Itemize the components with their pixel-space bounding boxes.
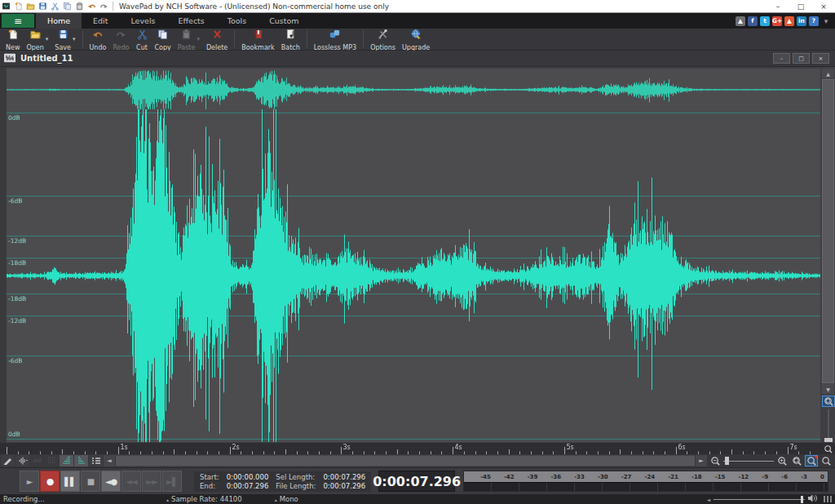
vertical-zoom-slider[interactable] — [823, 409, 834, 442]
pause-button[interactable]: ▌▌ — [60, 471, 80, 492]
maximize-button[interactable]: □ — [789, 0, 812, 13]
scroll-down-arrow[interactable]: ▼ — [822, 384, 834, 394]
vzoom-b-tool-button[interactable] — [74, 455, 88, 466]
undo-button[interactable]: Undo — [86, 29, 110, 50]
chevron-down-icon[interactable]: ▾ — [197, 36, 200, 42]
horizontal-scrollbar[interactable] — [116, 455, 695, 466]
copy-button[interactable]: Copy — [152, 29, 175, 50]
vertical-scroll-thumb[interactable] — [822, 79, 834, 383]
horizontal-zoom-slider[interactable] — [723, 456, 774, 466]
tab-levels[interactable]: Levels — [119, 13, 166, 29]
open-button[interactable]: Open▾ — [23, 29, 51, 50]
minimize-button[interactable]: – — [767, 0, 789, 13]
scroll-left-arrow[interactable]: ◄ — [104, 455, 115, 466]
zoom-selection-button[interactable] — [805, 455, 818, 466]
scrub-tool-button[interactable] — [15, 455, 29, 466]
overview-strip[interactable] — [7, 69, 820, 109]
time-ruler[interactable] — [0, 443, 835, 454]
tab-home[interactable]: Home — [36, 13, 82, 29]
paste-icon[interactable] — [74, 1, 85, 11]
meter-db-label: -39 — [528, 474, 538, 480]
tab-edit[interactable]: Edit — [82, 13, 119, 29]
vertical-zoom-selection-button[interactable] — [822, 396, 835, 407]
vertical-zoom-slider-handle[interactable] — [824, 438, 833, 442]
sample-rate-text[interactable]: Sample Rate: 44100 — [171, 495, 242, 503]
like-icon[interactable]: ▲ — [736, 16, 745, 26]
batch-icon — [285, 28, 297, 43]
doc-maximize-button[interactable]: □ — [793, 53, 810, 64]
overview-waveform-canvas[interactable] — [7, 69, 820, 109]
dim-a-tool-button — [30, 455, 44, 466]
delete-button[interactable]: Delete — [203, 29, 231, 50]
meter-db-label: 0 — [820, 474, 824, 480]
waveform-panel[interactable]: 0dB-6dB-12dB-18dB-18dB-12dB-6dB0dB — [7, 109, 820, 442]
draw-tool-button[interactable] — [1, 455, 15, 466]
new-button[interactable]: New — [2, 29, 23, 50]
tab-effects[interactable]: Effects — [167, 13, 216, 29]
linkedin-icon[interactable]: in — [797, 16, 806, 26]
tab-custom[interactable]: Custom — [258, 13, 310, 29]
close-button[interactable]: × — [812, 0, 835, 13]
options-button[interactable]: Options — [367, 29, 399, 50]
volume-min-icon: ◄ — [706, 497, 710, 502]
bookmark-button[interactable]: Bookmark — [238, 29, 278, 50]
volume-slider-handle[interactable] — [801, 496, 803, 503]
dim-b-tool-button — [45, 455, 59, 466]
chevron-down-icon[interactable]: ▾ — [73, 36, 76, 42]
google-plus-icon[interactable]: G+ — [772, 16, 782, 26]
more-icon[interactable]: ▾ — [821, 16, 831, 26]
chevron-down-icon[interactable]: ▾ — [46, 36, 49, 42]
play-button[interactable]: ► — [20, 471, 39, 492]
zoom-corner-button[interactable] — [820, 455, 833, 466]
meter-db-label: -9 — [762, 474, 768, 480]
list-tool-button[interactable] — [89, 455, 103, 466]
redo-icon[interactable] — [99, 1, 109, 11]
time-display: 0:00:07.296 — [378, 471, 455, 492]
meter-db-label: -27 — [621, 474, 632, 480]
twitter-icon[interactable]: t — [760, 16, 770, 26]
toolbar: NewOpen▾Save▾UndoRedoCutCopyPaste▾Delete… — [0, 29, 835, 51]
resize-grip[interactable] — [824, 496, 832, 502]
zoom-in-button[interactable] — [775, 455, 789, 466]
horizontal-scroll-thumb[interactable] — [116, 456, 695, 466]
help-icon[interactable]: ? — [809, 16, 819, 26]
selection-info-panel: Start: 0:00:00.000 Sel Length: 0:00:07.2… — [194, 471, 371, 492]
upgrade-button[interactable]: Upgrade — [399, 29, 433, 50]
sel-length-value: 0:00:07.296 — [323, 473, 365, 481]
facebook-icon[interactable]: f — [748, 16, 758, 26]
undo-icon[interactable] — [86, 1, 97, 11]
record-seek-button[interactable]: ◄● — [101, 471, 121, 492]
vertical-zoom-slider-track — [828, 409, 829, 440]
time-ruler-canvas[interactable] — [7, 443, 820, 454]
main-menu-button[interactable]: ≡ — [2, 14, 34, 28]
scroll-right-arrow[interactable]: ► — [696, 455, 707, 466]
save-button[interactable]: Save▾ — [51, 29, 78, 50]
titlebar-separator — [113, 2, 113, 11]
cut-button[interactable]: Cut — [133, 29, 152, 50]
batch-button[interactable]: Batch — [278, 29, 303, 50]
open-icon[interactable] — [25, 1, 36, 11]
tab-tools[interactable]: Tools — [216, 13, 258, 29]
lossless-mp3-button[interactable]: Lossless MP3 — [311, 29, 360, 50]
doc-close-button[interactable]: × — [812, 53, 829, 64]
vertical-scrollbar: ▲ ▼ — [821, 69, 835, 442]
scroll-up-arrow[interactable]: ▲ — [822, 69, 834, 78]
new-icon[interactable] — [13, 1, 24, 11]
copy-icon[interactable] — [62, 1, 73, 11]
vzoom-a-tool-button[interactable] — [60, 455, 73, 466]
volume-slider[interactable] — [714, 499, 805, 500]
main-waveform-canvas[interactable] — [7, 109, 820, 442]
zoom-out-button[interactable] — [709, 455, 722, 466]
stop-button[interactable]: ■ — [81, 471, 100, 492]
record-button[interactable]: ● — [40, 471, 60, 492]
horizontal-zoom-slider-handle[interactable] — [725, 457, 729, 465]
save-icon[interactable] — [38, 1, 48, 11]
db-gridline-label: 0dB — [8, 431, 20, 438]
channels-text[interactable]: Mono — [280, 495, 298, 503]
zoom-full-button[interactable] — [790, 455, 803, 466]
db-gridline-label: -12dB — [8, 237, 26, 245]
cut-icon[interactable] — [50, 1, 60, 11]
doc-minimize-button[interactable]: – — [773, 53, 790, 64]
nch-community-icon[interactable]: ▲ — [784, 16, 794, 26]
zoom-corner-button[interactable] — [821, 443, 835, 454]
